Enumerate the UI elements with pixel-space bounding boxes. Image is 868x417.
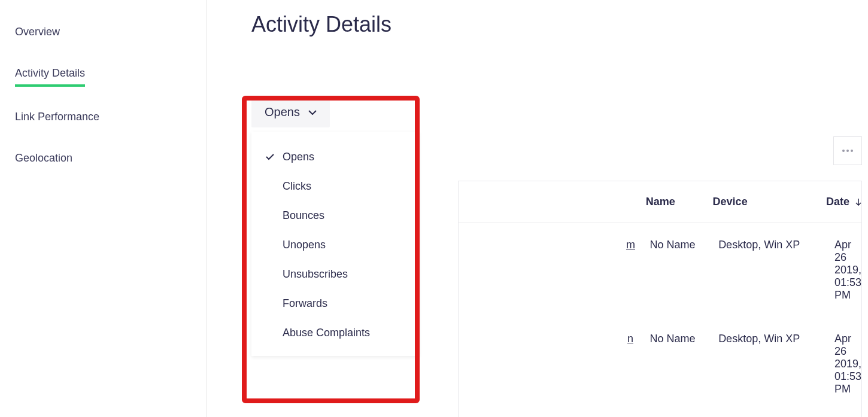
activity-table: Name Device Date m No Name Desktop, Win … [458,181,862,417]
dropdown-option-label: Bounces [283,209,324,222]
email-link[interactable]: n [627,333,633,345]
more-actions-button[interactable] [833,136,862,165]
dropdown-option-unopens[interactable]: Unopens [251,230,419,260]
dropdown-option-label: Clicks [283,180,311,193]
main-content: Activity Details Opens Opens Clicks Boun… [207,0,868,417]
sort-arrow-down-icon [855,199,861,206]
dropdown-option-bounces[interactable]: Bounces [251,201,419,230]
table-header-email[interactable] [459,196,646,208]
sidebar-item-activity-details[interactable]: Activity Details [15,62,85,87]
table-row: m No Name Desktop, Win XP Apr 26 2019, 0… [459,223,861,317]
sidebar-item-geolocation[interactable]: Geolocation [15,147,72,169]
dropdown-option-opens[interactable]: Opens [251,142,419,172]
dropdown-option-label: Unsubscribes [283,268,348,281]
cell-date: Apr 26 2019, 01:53 PM [834,333,861,395]
sidebar: Overview Activity Details Link Performan… [0,0,207,417]
sidebar-item-link-performance[interactable]: Link Performance [15,106,99,128]
dropdown-option-label: Abuse Complaints [283,327,370,339]
table-row: n No Name Desktop, Win XP Apr 26 2019, 0… [459,317,861,411]
filter-dropdown-menu: Opens Clicks Bounces Unopens Unsubscribe… [251,132,419,356]
dropdown-option-unsubscribes[interactable]: Unsubscribes [251,260,419,289]
cell-name: No Name [650,239,719,302]
cell-device: Desktop, Win XP [718,333,834,395]
table-row: n No Name Desktop, Win XP Apr 26 2019, 0… [459,411,861,417]
dropdown-option-forwards[interactable]: Forwards [251,289,419,318]
sidebar-item-overview[interactable]: Overview [15,21,60,43]
cell-date: Apr 26 2019, 01:53 PM [834,239,861,302]
dots-icon [851,150,853,152]
cell-device: Desktop, Win XP [718,239,834,302]
table-header-date-label: Date [826,196,849,208]
filter-dropdown-trigger[interactable]: Opens [251,97,330,127]
cell-name: No Name [650,333,719,395]
table-header-row: Name Device Date [459,181,861,223]
dropdown-option-label: Opens [283,151,314,163]
email-link[interactable]: m [626,239,635,251]
chevron-down-icon [308,110,317,115]
table-header-device[interactable]: Device [713,196,826,208]
dropdown-option-label: Unopens [283,239,326,251]
table-header-date[interactable]: Date [826,196,861,208]
page-title: Activity Details [251,12,862,37]
dots-icon [846,150,849,152]
filter-selected-label: Opens [265,105,300,119]
dropdown-option-clicks[interactable]: Clicks [251,172,419,201]
check-icon [265,154,275,160]
dots-icon [842,150,845,152]
dropdown-option-label: Forwards [283,297,327,310]
table-header-name[interactable]: Name [646,196,713,208]
filter-dropdown: Opens Opens Clicks Bounces Unopens [251,97,330,127]
dropdown-option-abuse-complaints[interactable]: Abuse Complaints [251,318,419,348]
